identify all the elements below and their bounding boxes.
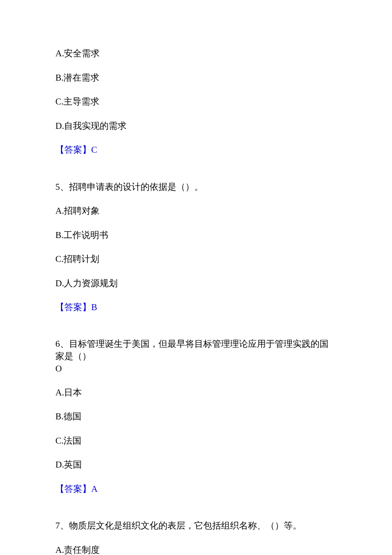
question-block-4: A.安全需求 B.潜在需求 C.主导需求 D.自我实现的需求 【答案】C [55, 47, 337, 157]
question-block-5: 5、招聘申请表的设计的依据是（）。 A.招聘对象 B.工作说明书 C.招聘计划 … [55, 180, 337, 314]
answer-label: 【答案】 [55, 145, 91, 155]
question-text-line-2: O [55, 363, 337, 375]
option-c: C.法国 [55, 434, 337, 448]
answer-value: B [91, 302, 97, 312]
option-b: B.德国 [55, 410, 337, 424]
question-text: 7、物质层文化是组织文化的表层，它包括组织名称、（）等。 [55, 519, 337, 533]
question-text-line-1: 6、目标管理诞生于美国，但最早将目标管理理论应用于管理实践的国家是（） [55, 338, 337, 363]
answer-line: 【答案】A [55, 482, 337, 496]
option-a: A.责任制度 [55, 543, 337, 555]
question-block-7: 7、物质层文化是组织文化的表层，它包括组织名称、（）等。 A.责任制度 B.组织… [55, 519, 337, 555]
question-text: 5、招聘申请表的设计的依据是（）。 [55, 180, 337, 194]
option-a: A.日本 [55, 386, 337, 400]
option-b: B.工作说明书 [55, 229, 337, 242]
answer-label: 【答案】 [55, 302, 91, 312]
answer-line: 【答案】B [55, 301, 337, 314]
option-d: D.英国 [55, 458, 337, 472]
answer-value: A [91, 484, 98, 494]
answer-line: 【答案】C [55, 143, 337, 157]
option-c: C.招聘计划 [55, 253, 337, 266]
option-a: A.安全需求 [55, 47, 337, 61]
question-block-6: 6、目标管理诞生于美国，但最早将目标管理理论应用于管理实践的国家是（） O A.… [55, 338, 337, 496]
option-d: D.人力资源规划 [55, 277, 337, 291]
answer-value: C [91, 145, 97, 155]
option-b: B.潜在需求 [55, 71, 337, 85]
answer-label: 【答案】 [55, 484, 91, 494]
question-text: 6、目标管理诞生于美国，但最早将目标管理理论应用于管理实践的国家是（） O [55, 338, 337, 375]
option-c: C.主导需求 [55, 95, 337, 109]
option-d: D.自我实现的需求 [55, 119, 337, 133]
option-a: A.招聘对象 [55, 204, 337, 218]
